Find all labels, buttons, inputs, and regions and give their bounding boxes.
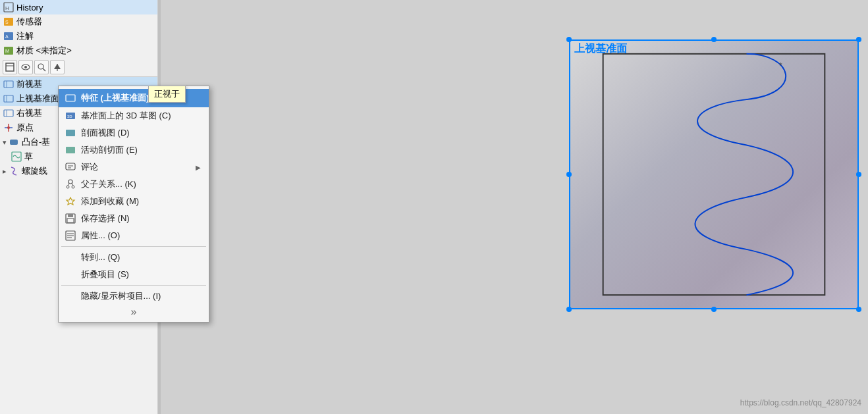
svg-rect-45	[68, 214, 73, 217]
sensor-icon: S	[3, 16, 14, 28]
sensor-item[interactable]: S 传感器	[0, 14, 157, 29]
ctx-goto-icon	[64, 251, 77, 264]
ctx-comment[interactable]: 评论 ▶	[59, 159, 209, 176]
expand-icon2: ▸	[3, 167, 7, 176]
svg-rect-8	[6, 63, 14, 71]
viewport: * 上视基准面	[569, 39, 859, 309]
svg-line-42	[72, 183, 73, 186]
material-item[interactable]: M 材质 <未指定>	[0, 43, 157, 58]
annotation-icon: A	[3, 30, 14, 42]
ctx-collapse-icon	[64, 268, 77, 281]
svg-rect-18	[4, 95, 13, 102]
helix-label: 螺旋线	[22, 165, 47, 177]
ctx-comment-label: 评论	[81, 161, 196, 173]
ctx-3d-label: 基准面上的 3D 草图 (C)	[81, 110, 201, 122]
ctx-goto[interactable]: 转到... (Q)	[59, 249, 209, 266]
boss-label: 凸台-基	[22, 136, 50, 148]
history-item[interactable]: H History	[0, 0, 157, 14]
toolbar-btn-frame[interactable]	[3, 60, 17, 74]
svg-rect-16	[4, 81, 13, 88]
viewport-label: 上视基准面	[574, 42, 627, 56]
boss-icon	[8, 136, 20, 148]
sensor-label: 传感器	[16, 16, 42, 28]
svg-rect-30	[66, 95, 75, 101]
history-icon: H	[3, 1, 14, 13]
ctx-save-select[interactable]: 保存选择 (N)	[59, 210, 209, 227]
corner-tc	[711, 37, 717, 42]
ctx-parent-child[interactable]: 父子关系... (K)	[59, 176, 209, 193]
ctx-hide-show[interactable]: 隐藏/显示树项目... (I)	[59, 288, 209, 305]
ctx-props-label: 属性... (O)	[81, 230, 201, 242]
ctx-header[interactable]: 特征 (上视基准面)	[59, 89, 209, 107]
annotation-item[interactable]: A 注解	[0, 29, 157, 43]
corner-lc	[566, 172, 572, 177]
ctx-live-label: 活动剖切面 (E)	[81, 144, 201, 156]
ctx-3d-sketch[interactable]: 3D 基准面上的 3D 草图 (C)	[59, 107, 209, 124]
svg-point-39	[67, 186, 69, 188]
toolbar-btn-up[interactable]	[50, 60, 65, 74]
ctx-favorite-icon	[64, 195, 77, 208]
front-view-label: 前视基	[16, 78, 42, 90]
ctx-hide-icon	[64, 290, 77, 303]
ctx-hide-label: 隐藏/显示树项目... (I)	[81, 290, 201, 302]
origin-icon	[3, 122, 14, 134]
ctx-props-icon	[64, 229, 77, 242]
material-icon: M	[3, 45, 14, 57]
corner-br	[856, 307, 861, 312]
toolbar-btn-eye[interactable]	[18, 60, 33, 74]
svg-text:3D: 3D	[67, 115, 72, 118]
context-menu: 特征 (上视基准面) 3D 基准面上的 3D 草图 (C) 剖面视图 (D) 活…	[58, 86, 209, 323]
corner-rc	[856, 172, 861, 177]
ctx-parent-label: 父子关系... (K)	[81, 178, 201, 190]
svg-line-13	[43, 68, 45, 71]
toolbar-btn-search[interactable]	[34, 60, 49, 74]
ctx-collapse-label: 折叠项目 (S)	[81, 269, 201, 280]
ctx-sep2	[61, 285, 206, 286]
svg-text:M: M	[5, 49, 9, 53]
svg-line-41	[68, 183, 69, 186]
svg-point-24	[7, 126, 10, 129]
svg-marker-43	[67, 197, 74, 205]
front-plane-icon	[3, 78, 14, 90]
ctx-save-icon	[64, 212, 77, 225]
sub-tooltip-label: 正视于	[154, 89, 180, 99]
svg-point-11	[24, 66, 27, 68]
ctx-favorite-label: 添加到收藏 (M)	[81, 195, 201, 207]
ctx-live-section[interactable]: 活动剖切面 (E)	[59, 142, 209, 159]
ctx-comment-arrow: ▶	[196, 164, 201, 171]
corner-tl	[566, 37, 572, 42]
corner-bc	[711, 307, 717, 312]
corner-bl	[566, 307, 572, 312]
ctx-section-view[interactable]: 剖面视图 (D)	[59, 124, 209, 142]
sketch-icon	[11, 151, 22, 163]
ctx-goto-label: 转到... (Q)	[81, 251, 201, 263]
ctx-properties[interactable]: 属性... (O)	[59, 227, 209, 244]
helix-icon	[8, 165, 20, 177]
expand-icon: ▾	[3, 138, 7, 147]
plane-toolbar	[0, 58, 157, 77]
origin-label: 原点	[16, 122, 34, 134]
svg-rect-46	[67, 219, 74, 222]
ctx-section-icon	[64, 126, 77, 140]
history-label: History	[16, 3, 43, 13]
corner-tr	[856, 37, 861, 42]
right-view-label: 右视基	[16, 107, 42, 119]
svg-text:S: S	[5, 20, 9, 24]
ctx-more[interactable]: »	[59, 305, 209, 319]
sketch-label: 草	[24, 151, 33, 163]
ctx-collapse[interactable]: 折叠项目 (S)	[59, 266, 209, 283]
svg-rect-35	[66, 163, 75, 170]
svg-point-12	[38, 64, 43, 69]
svg-rect-33	[66, 130, 75, 136]
ctx-save-label: 保存选择 (N)	[81, 213, 201, 224]
ctx-sep1	[61, 246, 206, 247]
top-view-label: 上视基准面	[16, 93, 59, 105]
watermark: https://blog.csdn.net/qq_42807924	[740, 398, 861, 407]
ctx-add-favorite[interactable]: 添加到收藏 (M)	[59, 193, 209, 210]
ctx-section-label: 剖面视图 (D)	[81, 127, 201, 139]
ctx-parent-icon	[64, 178, 77, 191]
right-plane-icon	[3, 107, 14, 119]
svg-rect-20	[4, 110, 13, 116]
svg-text:A: A	[5, 34, 9, 39]
ctx-3d-icon: 3D	[64, 109, 77, 122]
